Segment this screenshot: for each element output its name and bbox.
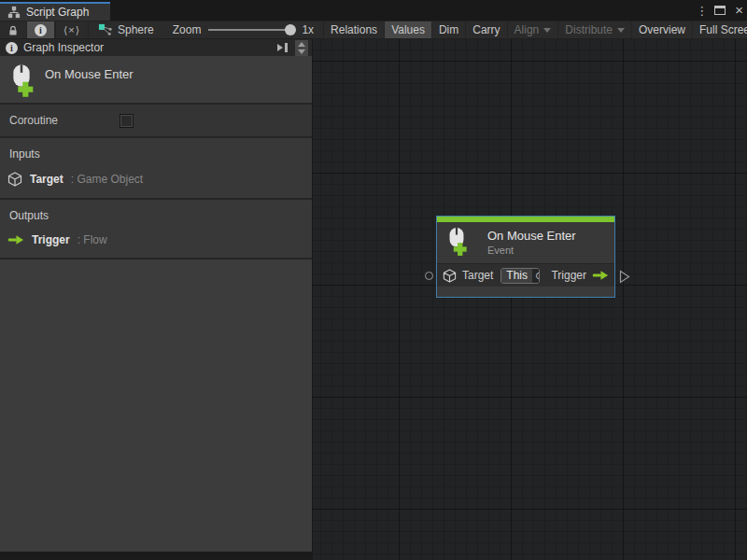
relations-button[interactable]: Relations [323, 21, 385, 38]
on-mouse-enter-icon [444, 227, 469, 257]
trigger-port-label: Trigger [551, 269, 586, 282]
relations-label: Relations [331, 23, 377, 36]
graph-toolbar: i ⟨×⟩ Sphere Zoom 1x Relations Values Di… [0, 21, 747, 39]
values-button[interactable]: Values [385, 21, 432, 38]
node-ports-row: Target This ⊙ Trigger [437, 264, 614, 287]
on-mouse-enter-node[interactable]: On Mouse Enter Event Target This ⊙ Trigg… [436, 216, 615, 298]
node-title: On Mouse Enter [487, 229, 576, 243]
graph-object-label: Sphere [118, 23, 154, 36]
unit-title: On Mouse Enter [45, 67, 134, 81]
dim-label: Dim [439, 23, 458, 36]
node-header[interactable]: On Mouse Enter Event [437, 222, 614, 263]
node-input-port[interactable] [425, 272, 433, 280]
dim-button[interactable]: Dim [432, 21, 466, 38]
window-maximize-icon[interactable] [714, 6, 726, 15]
values-label: Values [391, 23, 425, 36]
coroutine-row: Coroutine [0, 105, 312, 136]
align-button[interactable]: Align [508, 21, 559, 38]
lock-button[interactable] [0, 21, 27, 38]
scroll-arrows[interactable] [295, 40, 308, 56]
node-output-port[interactable] [619, 270, 630, 287]
unit-header: On Mouse Enter [0, 56, 312, 103]
graph-reference[interactable]: Sphere [89, 21, 163, 38]
chevron-down-icon [543, 28, 551, 33]
code-icon: ⟨×⟩ [63, 24, 80, 36]
cube-icon [443, 269, 457, 283]
coroutine-checkbox[interactable] [120, 114, 134, 128]
info-icon: i [6, 42, 18, 54]
target-object-field[interactable]: This ⊙ [500, 268, 540, 284]
graph-hierarchy-icon [7, 6, 21, 19]
align-label: Align [514, 23, 540, 36]
tab-label: Script Graph [26, 6, 89, 19]
input-name: Target [30, 173, 63, 186]
overview-label: Overview [639, 23, 685, 36]
overview-button[interactable]: Overview [632, 21, 693, 38]
flow-arrow-icon [592, 270, 609, 281]
tab-script-graph[interactable]: Script Graph [0, 2, 110, 21]
info-icon: i [35, 24, 47, 36]
input-row-target: Target : Game Object [0, 170, 312, 189]
graph-canvas[interactable]: On Mouse Enter Event Target This ⊙ Trigg… [313, 39, 747, 560]
output-type: : Flow [78, 233, 107, 246]
panel-bottom-edge [0, 552, 312, 560]
zoom-slider[interactable] [208, 29, 294, 31]
carry-button[interactable]: Carry [466, 21, 507, 38]
distribute-button[interactable]: Distribute [558, 21, 632, 38]
flow-arrow-icon [7, 234, 24, 245]
output-name: Trigger [32, 233, 70, 246]
panel-empty-area [0, 259, 312, 552]
inputs-header: Inputs [0, 146, 312, 170]
target-port-label: Target [462, 269, 493, 282]
lock-icon [7, 24, 19, 36]
zoom-label: Zoom [173, 23, 202, 36]
fullscreen-button[interactable]: Full Screen [693, 21, 747, 38]
target-object-value: This [501, 269, 532, 283]
zoom-value: 1x [302, 23, 314, 36]
panel-title: Graph Inspector [23, 41, 271, 54]
distribute-label: Distribute [565, 23, 613, 36]
node-subtitle: Event [487, 245, 576, 256]
graph-inspector-header: i Graph Inspector [0, 39, 312, 56]
graph-inspector-panel: i Graph Inspector [0, 39, 313, 560]
zoom-control: Zoom 1x [163, 21, 323, 38]
on-mouse-enter-icon [7, 63, 35, 98]
node-footer [437, 287, 614, 297]
input-type: : Game Object [71, 173, 143, 186]
object-picker-icon[interactable]: ⊙ [532, 269, 540, 283]
output-row-trigger: Trigger : Flow [0, 231, 312, 248]
chevron-down-icon [617, 28, 625, 33]
window-close-icon[interactable]: × [735, 6, 743, 15]
graph-node-icon [98, 23, 112, 37]
fullscreen-label: Full Screen [699, 23, 747, 36]
coroutine-label: Coroutine [9, 114, 120, 127]
window-titlebar: Script Graph ⋮ × [0, 0, 747, 21]
window-menu-icon[interactable]: ⋮ [696, 4, 705, 18]
api-code-button[interactable]: ⟨×⟩ [56, 21, 89, 38]
zoom-slider-thumb[interactable] [285, 24, 296, 35]
outputs-header: Outputs [0, 207, 312, 231]
inspector-toggle-button[interactable]: i [27, 21, 55, 38]
inputs-section: Inputs Target : Game Object [0, 138, 312, 198]
cube-icon [7, 172, 22, 187]
scroll-up-icon [298, 42, 305, 47]
outputs-section: Outputs Trigger : Flow [0, 200, 312, 258]
scroll-down-icon [298, 49, 305, 54]
dock-panel-button[interactable] [276, 42, 289, 53]
carry-label: Carry [472, 23, 500, 36]
